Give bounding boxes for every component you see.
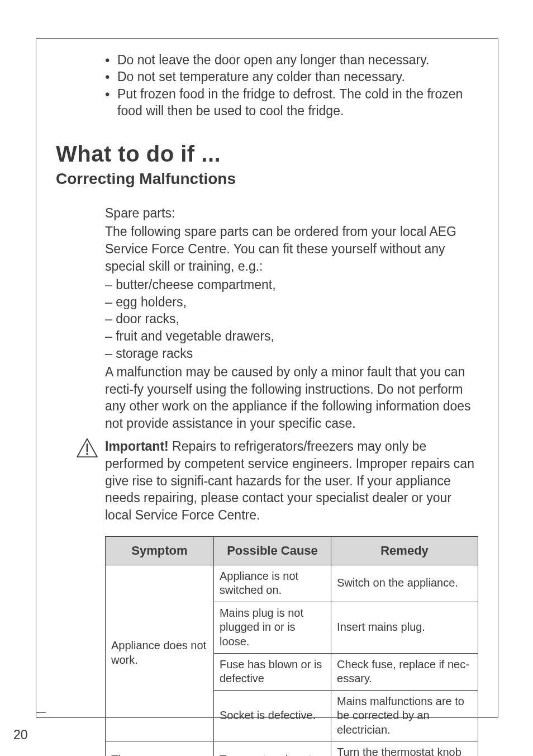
spare-parts-intro: The following spare parts can be ordered…	[105, 223, 478, 275]
list-item: – storage racks	[105, 345, 478, 362]
page-content: Do not leave the door open any longer th…	[36, 38, 498, 756]
table-row: The compressor runs con-tinuously. Tempe…	[106, 741, 478, 756]
cell-cause: Mains plug is not plugged in or is loose…	[213, 602, 331, 653]
troubleshoot-table: Symptom Possible Cause Remedy Appliance …	[105, 536, 478, 756]
cell-cause: Fuse has blown or is defective	[213, 653, 331, 690]
svg-point-2	[86, 453, 88, 455]
col-cause: Possible Cause	[213, 537, 331, 565]
cell-remedy: Switch on the appliance.	[331, 565, 478, 602]
list-item: – egg holders,	[105, 294, 478, 311]
spare-parts-list: – butter/cheese compartment, – egg holde…	[105, 276, 478, 362]
spare-parts-label: Spare parts:	[105, 205, 478, 222]
important-label: Important!	[105, 439, 169, 453]
list-item: Do not set temperature any colder than n…	[105, 68, 478, 85]
tips-list: Do not leave the door open any longer th…	[105, 51, 478, 119]
list-item: – fruit and vegetable drawers,	[105, 328, 478, 345]
list-item: Put frozen food in the fridge to defrost…	[105, 86, 478, 120]
cell-remedy: Turn the thermostat knob to a warmer set…	[331, 741, 478, 756]
section-heading: What to do if ...	[56, 141, 478, 167]
page-number: 20	[13, 727, 28, 743]
table-row: Appliance does not work. Appliance is no…	[106, 565, 478, 602]
warning-icon	[76, 438, 98, 458]
malfunction-paragraph: A malfunction may be caused by only a mi…	[105, 363, 478, 432]
cell-cause: Appliance is not switched on.	[213, 565, 331, 602]
cell-remedy: Mains malfunctions are to be corrected b…	[331, 690, 478, 741]
troubleshoot-wrap: Symptom Possible Cause Remedy Appliance …	[105, 536, 478, 756]
cell-cause: Socket is defective.	[213, 690, 331, 741]
cell-symptom: Appliance does not work.	[106, 565, 214, 741]
cell-remedy: Insert mains plug.	[331, 602, 478, 653]
important-paragraph: Important! Repairs to refrigerators/free…	[105, 438, 478, 524]
subsection-heading: Correcting Malfunctions	[56, 170, 478, 188]
col-remedy: Remedy	[331, 537, 478, 565]
body-text: Spare parts: The following spare parts c…	[105, 205, 478, 432]
cell-symptom: The compressor runs con-tinuously.	[106, 741, 214, 756]
cell-cause: Temperature is set too cold.	[213, 741, 331, 756]
list-item: – butter/cheese compartment,	[105, 276, 478, 294]
list-item: – door racks,	[105, 310, 478, 328]
table-header-row: Symptom Possible Cause Remedy	[106, 537, 478, 565]
cell-remedy: Check fuse, replace if nec-essary.	[331, 653, 478, 690]
warning-block: Important! Repairs to refrigerators/free…	[56, 438, 478, 524]
col-symptom: Symptom	[106, 537, 214, 565]
list-item: Do not leave the door open any longer th…	[105, 51, 478, 68]
